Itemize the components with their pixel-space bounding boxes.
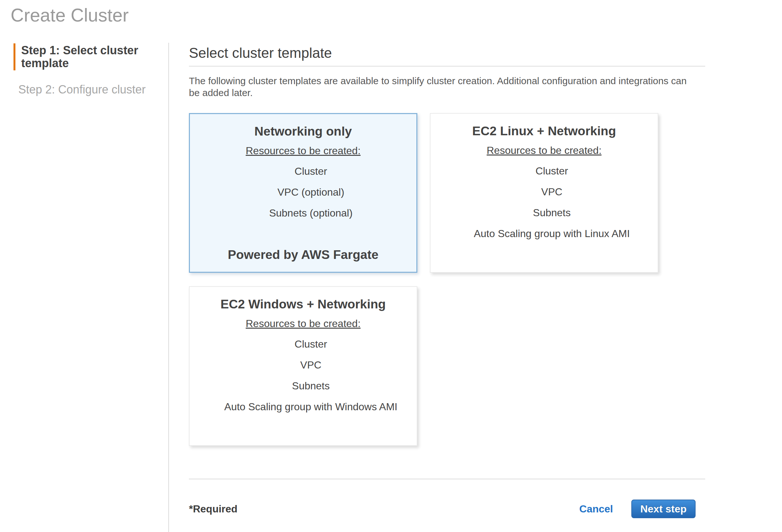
heading-divider — [189, 66, 705, 67]
card-resources-list: Cluster VPC Subnets Auto Scaling group w… — [459, 165, 630, 240]
resource-item: Subnets — [474, 207, 630, 219]
card-resources-list: Cluster VPC Subnets Auto Scaling group w… — [209, 338, 397, 413]
section-heading: Select cluster template — [189, 45, 705, 61]
next-step-button[interactable]: Next step — [631, 500, 696, 518]
resource-item: VPC (optional) — [269, 186, 353, 198]
template-cards: Networking only Resources to be created:… — [189, 113, 661, 446]
card-footer-note: Powered by AWS Fargate — [228, 247, 379, 262]
sidebar-step-2-configure-cluster[interactable]: Step 2: Configure cluster — [18, 82, 168, 97]
sidebar-step-1-select-cluster-template[interactable]: Step 1: Select cluster template — [13, 43, 168, 70]
card-title: Networking only — [254, 124, 352, 139]
required-note: *Required — [189, 503, 238, 515]
section-description: The following cluster templates are avai… — [189, 75, 692, 99]
card-resources-label: Resources to be created: — [246, 145, 361, 157]
template-card-ec2-windows-networking[interactable]: EC2 Windows + Networking Resources to be… — [189, 286, 417, 446]
main-panel: Select cluster template The following cl… — [168, 43, 782, 532]
resource-item: Auto Scaling group with Windows AMI — [224, 401, 397, 413]
template-card-networking-only[interactable]: Networking only Resources to be created:… — [189, 113, 417, 273]
resource-item: Subnets (optional) — [269, 207, 353, 219]
wizard-steps-sidebar: Step 1: Select cluster template Step 2: … — [0, 43, 168, 532]
footer-action-bar: *Required Cancel Next step — [189, 500, 705, 518]
card-title: EC2 Windows + Networking — [220, 296, 386, 312]
resource-item: VPC — [474, 186, 630, 198]
card-resources-label: Resources to be created: — [487, 144, 602, 156]
resource-item: Cluster — [474, 165, 630, 177]
resource-item: Cluster — [224, 338, 397, 350]
resource-item: VPC — [224, 359, 397, 371]
resource-item: Auto Scaling group with Linux AMI — [474, 227, 630, 240]
resource-item: Subnets — [224, 380, 397, 392]
footer-divider — [189, 479, 705, 479]
resource-item: Cluster — [269, 165, 353, 177]
card-title: EC2 Linux + Networking — [472, 123, 616, 138]
card-resources-list: Cluster VPC (optional) Subnets (optional… — [254, 165, 353, 219]
template-card-ec2-linux-networking[interactable]: EC2 Linux + Networking Resources to be c… — [430, 113, 658, 273]
cancel-button[interactable]: Cancel — [579, 503, 613, 515]
card-resources-label: Resources to be created: — [246, 317, 361, 330]
wizard-layout: Step 1: Select cluster template Step 2: … — [0, 43, 782, 532]
page-title: Create Cluster — [0, 0, 782, 26]
